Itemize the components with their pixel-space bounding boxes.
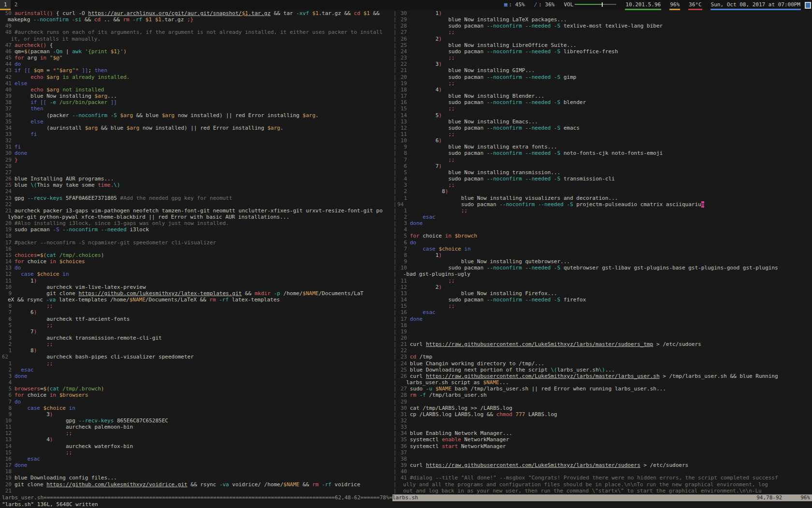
- code-row[interactable]: 94 sudo pacman --noconfirm --needed -S p…: [397, 201, 812, 208]
- code-row[interactable]: 5 ;;: [2, 322, 392, 329]
- code-row[interactable]: 16 sudo pacman --noconfirm --needed -S b…: [397, 99, 812, 105]
- code-row[interactable]: 9 blue Now installing extra fonts...: [397, 144, 812, 150]
- code-row[interactable]: 37 then: [2, 105, 392, 112]
- code-row[interactable]: 7 ;;: [397, 157, 812, 163]
- code-row[interactable]: 25 blue Now installing LibreOffice Suite…: [397, 42, 812, 48]
- code-row[interactable]: 22 3): [397, 61, 812, 67]
- code-row[interactable]: 15 ;;: [397, 105, 812, 112]
- code-row[interactable]: 29: [397, 399, 812, 405]
- status-item-volume[interactable]: VOL: [563, 0, 617, 10]
- code-row[interactable]: 4 sudo pacman --noconfirm --needed -S tr…: [397, 176, 812, 182]
- code-row[interactable]: 19sudo pacman -S --noconfirm --needed i3…: [2, 226, 392, 233]
- code-row[interactable]: 37: [397, 449, 812, 456]
- code-row[interactable]: 48#aurcheck runs on each of its argument…: [2, 29, 392, 35]
- code-row[interactable]: 10 gpg --recv-keys 865E6C87C65285EC: [2, 418, 392, 424]
- code-row[interactable]: 23 ;;: [397, 55, 812, 61]
- code-row[interactable]: 20: [397, 335, 812, 341]
- code-row[interactable]: 28 sudo pacman --noconfirm --needed -S t…: [397, 23, 812, 29]
- code-row[interactable]: 7do: [2, 399, 392, 405]
- code-row[interactable]: 5browsers=$(cat /tmp/.browch): [2, 386, 392, 392]
- code-row[interactable]: 25blue Downloading next portion of the s…: [397, 367, 812, 373]
- code-row[interactable]: 20git clone https://github.com/lukesmith…: [2, 481, 392, 488]
- code-row[interactable]: 9 blue Now installing qutebrowser...: [397, 258, 812, 265]
- code-row[interactable]: 4 7): [2, 329, 392, 335]
- code-row[interactable]: 27 ;;: [397, 29, 812, 35]
- code-row[interactable]: 14 5): [397, 112, 812, 119]
- code-row[interactable]: 8 sudo pacman --noconfirm --needed -S no…: [397, 150, 812, 156]
- code-row[interactable]: 19 ;;: [397, 80, 812, 87]
- code-row[interactable]: 20#Also installing i3lock, since i3-gaps…: [2, 220, 392, 226]
- code-row[interactable]: 21 blue Now installing GIMP...: [397, 67, 812, 74]
- code-row[interactable]: it, or installs it manually.: [2, 36, 392, 42]
- code-row[interactable]: 15 ;;: [2, 449, 392, 456]
- code-row[interactable]: lybar-git python-pywal xfce-theme-blackb…: [2, 214, 392, 220]
- code-row[interactable]: 18: [2, 233, 392, 239]
- code-row[interactable]: 19: [397, 329, 812, 335]
- code-row[interactable]: 2 esac: [397, 214, 812, 220]
- code-row[interactable]: 2 esac: [2, 367, 392, 373]
- code-row[interactable]: 2 8): [397, 188, 812, 194]
- code-row[interactable]: 14 sudo pacman --noconfirm --needed -S f…: [397, 297, 812, 303]
- code-row[interactable]: 1 8): [2, 347, 392, 354]
- code-row[interactable]: 3done: [397, 220, 812, 226]
- code-row[interactable]: 44do: [2, 61, 392, 67]
- code-row[interactable]: 14for choice in $choices: [2, 258, 392, 265]
- code-row[interactable]: 40 echo $arg not installed: [2, 87, 392, 93]
- code-row[interactable]: 23cd /tmp: [397, 354, 812, 360]
- code-row[interactable]: 17done: [397, 316, 812, 322]
- code-row[interactable]: 12 2): [397, 284, 812, 290]
- code-row[interactable]: 38 if [[ -e /usr/bin/packer ]]: [2, 99, 392, 105]
- code-row[interactable]: 15 ;;: [397, 303, 812, 309]
- code-row[interactable]: 11 aurcheck palemoon-bin: [2, 424, 392, 430]
- code-row[interactable]: 11 ;;: [397, 278, 812, 284]
- code-row[interactable]: 13 blue Now installing Emacs...: [397, 119, 812, 125]
- code-row[interactable]: 16 esac: [2, 456, 392, 462]
- code-row[interactable]: 47aurcheck() {: [2, 42, 392, 48]
- code-row[interactable]: 9 3): [2, 411, 392, 418]
- tray-app-icon[interactable]: [805, 2, 811, 9]
- code-row[interactable]: 7 6): [2, 309, 392, 315]
- code-row[interactable]: 2 ;;: [2, 341, 392, 347]
- code-row[interactable]: 36systemctl start NetworkManager: [397, 443, 812, 449]
- code-row[interactable]: 11 ;;: [397, 131, 812, 137]
- code-row[interactable]: 7 case $choice in: [397, 246, 812, 252]
- code-row[interactable]: 10 6): [397, 137, 812, 144]
- code-row[interactable]: ully and all the programs and configurat…: [397, 481, 812, 488]
- code-row[interactable]: 12 sudo pacman --noconfirm --needed -S e…: [397, 125, 812, 131]
- code-row[interactable]: 38: [397, 456, 812, 462]
- window-separator[interactable]: ||||||||||||||||||||||||||||||||||||||||…: [392, 10, 397, 494]
- system-tray[interactable]: [804, 0, 812, 10]
- code-row[interactable]: 16: [2, 246, 392, 252]
- code-row[interactable]: 1 ;;: [397, 208, 812, 214]
- code-row[interactable]: 10 sudo pacman --noconfirm --needed -S q…: [397, 265, 812, 271]
- code-row[interactable]: 27: [2, 169, 392, 176]
- code-row[interactable]: 3done: [2, 373, 392, 379]
- code-row[interactable]: 18 4): [397, 87, 812, 93]
- code-row[interactable]: 28rm -f /tmp/larbs_user.sh: [397, 392, 812, 398]
- code-row[interactable]: 18: [397, 322, 812, 329]
- code-row[interactable]: 13 blue Now installing Firefox...: [397, 290, 812, 297]
- code-row[interactable]: 40: [397, 468, 812, 475]
- code-row[interactable]: 21: [2, 488, 392, 494]
- code-row[interactable]: 35 else: [2, 119, 392, 125]
- code-row[interactable]: 15choices=$(cat /tmp/.choices): [2, 252, 392, 258]
- code-row[interactable]: out and log back in as your new user, th…: [397, 488, 812, 494]
- code-row[interactable]: 1 ;;: [2, 360, 392, 367]
- left-split-larbs-user-sh[interactable]: 50aurinstall() { curl -O https://aur.arc…: [0, 10, 392, 494]
- code-row[interactable]: 17done: [2, 462, 392, 468]
- code-row[interactable]: 39curl https://raw.githubusercontent.com…: [397, 462, 812, 468]
- code-row[interactable]: 30done: [2, 150, 392, 156]
- code-row[interactable]: 1 blue Now installing visualizers and de…: [397, 195, 812, 201]
- code-row[interactable]: 41else: [2, 80, 392, 87]
- code-row[interactable]: 12 ;;: [2, 430, 392, 436]
- code-row[interactable]: 6 7): [397, 163, 812, 169]
- code-row[interactable]: 28: [2, 163, 392, 169]
- code-row[interactable]: 6 aurcheck ttf-ancient-fonts: [2, 316, 392, 322]
- code-row[interactable]: 49: [2, 23, 392, 29]
- code-row[interactable]: 32: [397, 418, 812, 424]
- code-row[interactable]: 20 sudo pacman --noconfirm --needed -S g…: [397, 74, 812, 80]
- code-row[interactable]: 5 blue Now installing transmission...: [397, 169, 812, 176]
- code-row[interactable]: 26curl https://raw.githubusercontent.com…: [397, 373, 812, 379]
- code-row[interactable]: 26 2): [397, 36, 812, 42]
- right-split-larbs-sh[interactable]: 30 1)29 blue Now installing LaTeX packag…: [397, 10, 812, 494]
